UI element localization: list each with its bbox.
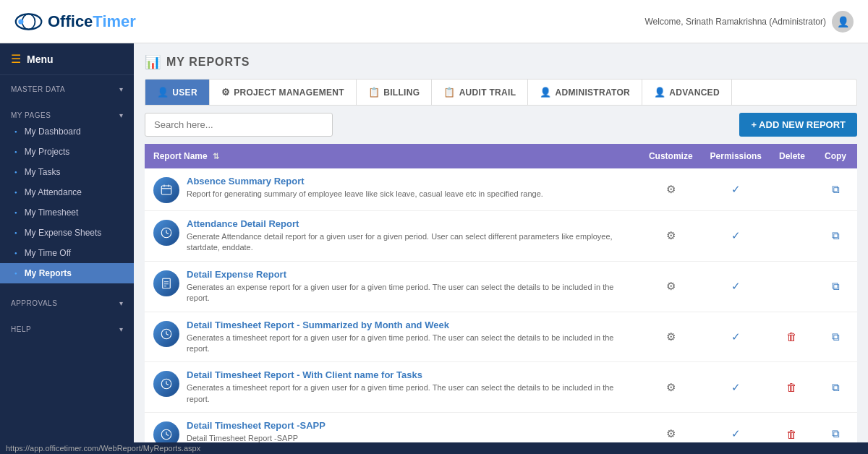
report-desc: Generates an expense report for a given … bbox=[187, 282, 631, 304]
tab-advanced-label: ADVANCED bbox=[669, 87, 720, 98]
permissions-icon[interactable]: ✓ bbox=[731, 427, 741, 440]
permissions-icon[interactable]: ✓ bbox=[731, 330, 741, 343]
customize-icon[interactable]: ⚙ bbox=[666, 183, 676, 196]
customize-icon[interactable]: ⚙ bbox=[666, 381, 676, 394]
customize-icon[interactable]: ⚙ bbox=[666, 229, 676, 242]
tab-audit-trail[interactable]: 📋 AUDIT TRAIL bbox=[432, 80, 528, 105]
permissions-icon[interactable]: ✓ bbox=[731, 280, 741, 293]
svg-line-19 bbox=[166, 384, 169, 385]
sidebar-item-expense[interactable]: ●My Expense Sheets bbox=[0, 223, 134, 243]
copy-icon[interactable]: ⧉ bbox=[832, 229, 840, 242]
tab-user-label: USER bbox=[172, 87, 197, 98]
permissions-cell: ✓ bbox=[702, 211, 770, 262]
user-tab-icon: 👤 bbox=[157, 87, 169, 98]
permissions-icon[interactable]: ✓ bbox=[731, 229, 741, 242]
delete-icon[interactable]: 🗑 bbox=[786, 428, 797, 440]
delete-cell: 🗑 bbox=[770, 312, 814, 362]
sidebar-item-timeoff[interactable]: ●My Time Off bbox=[0, 243, 134, 263]
customize-cell: ⚙ bbox=[640, 168, 702, 211]
sidebar-menu-header[interactable]: ☰ Menu bbox=[0, 43, 134, 75]
report-title[interactable]: Detail Timesheet Report - With Client na… bbox=[187, 369, 631, 380]
sidebar-section-approvals-title[interactable]: APPROVALS ▾ bbox=[0, 295, 134, 309]
top-header: OfficeTimer Welcome, Srinath Ramakrishna… bbox=[0, 0, 868, 43]
tasks-dot: ● bbox=[14, 170, 17, 174]
report-title[interactable]: Attendance Detail Report bbox=[187, 218, 631, 229]
delete-cell bbox=[770, 211, 814, 262]
report-name-cell: Detail Timesheet Report - Summarized by … bbox=[145, 312, 640, 362]
sidebar-section-help: HELP ▾ bbox=[0, 315, 134, 341]
sidebar-item-projects[interactable]: ●My Projects bbox=[0, 142, 134, 162]
copy-icon[interactable]: ⧉ bbox=[832, 330, 840, 343]
sidebar-item-timesheet[interactable]: ●My Timesheet bbox=[0, 202, 134, 223]
advanced-tab-icon: 👤 bbox=[654, 87, 665, 98]
report-title[interactable]: Detail Timesheet Report -SAPP bbox=[187, 420, 631, 431]
delete-icon[interactable]: 🗑 bbox=[786, 381, 797, 393]
delete-cell: 🗑 bbox=[770, 362, 814, 413]
report-info: Detail Timesheet Report - With Client na… bbox=[187, 369, 631, 405]
tab-billing[interactable]: 📋 BILLING bbox=[357, 80, 432, 105]
add-report-label: + ADD NEW REPORT bbox=[751, 119, 846, 130]
tab-advanced[interactable]: 👤 ADVANCED bbox=[642, 80, 732, 105]
report-info: Detail Expense Report Generates an expen… bbox=[187, 269, 631, 304]
svg-line-9 bbox=[166, 233, 169, 234]
sidebar-item-reports[interactable]: ●My Reports bbox=[0, 263, 134, 283]
report-name-cell: Absence Summary Report Report for genera… bbox=[145, 168, 640, 211]
delete-cell bbox=[770, 168, 814, 211]
tabs-bar: 👤 USER ⚙ PROJECT MANAGEMENT 📋 BILLING 📋 … bbox=[145, 79, 857, 106]
delete-icon[interactable]: 🗑 bbox=[786, 330, 797, 343]
svg-point-1 bbox=[22, 14, 35, 29]
sidebar-section-approvals: APPROVALS ▾ bbox=[0, 289, 134, 315]
svg-rect-10 bbox=[163, 278, 171, 288]
header-report-name: Report Name ⇅ bbox=[145, 144, 640, 168]
report-title[interactable]: Detail Timesheet Report - Summarized by … bbox=[187, 320, 631, 330]
tab-admin-label: ADMINISTRATOR bbox=[556, 87, 630, 98]
copy-cell: ⧉ bbox=[814, 211, 857, 262]
search-action-bar: + ADD NEW REPORT bbox=[145, 106, 857, 144]
permissions-icon[interactable]: ✓ bbox=[731, 183, 741, 196]
pm-tab-icon: ⚙ bbox=[221, 87, 230, 98]
tab-administrator[interactable]: 👤 ADMINISTRATOR bbox=[528, 80, 642, 105]
sidebar-section-master-data[interactable]: MASTER DATA ▾ bbox=[0, 81, 134, 95]
report-info: Attendance Detail Report Generate Attend… bbox=[187, 218, 631, 254]
customize-icon[interactable]: ⚙ bbox=[666, 427, 676, 440]
sidebar-item-tasks[interactable]: ●My Tasks bbox=[0, 162, 134, 182]
help-arrow: ▾ bbox=[119, 325, 124, 333]
permissions-icon[interactable]: ✓ bbox=[731, 381, 741, 394]
search-input[interactable] bbox=[145, 113, 333, 137]
report-info: Absence Summary Report Report for genera… bbox=[187, 176, 631, 200]
report-name-cell: Detail Timesheet Report - With Client na… bbox=[145, 362, 640, 413]
svg-line-16 bbox=[166, 334, 169, 335]
customize-cell: ⚙ bbox=[640, 211, 702, 262]
add-report-button[interactable]: + ADD NEW REPORT bbox=[739, 113, 857, 137]
page-title-bar: 📊 MY REPORTS bbox=[145, 54, 857, 70]
sidebar-section-help-title[interactable]: HELP ▾ bbox=[0, 321, 134, 335]
sidebar-item-attendance[interactable]: ●My Attendance bbox=[0, 182, 134, 202]
svg-rect-3 bbox=[161, 186, 171, 194]
content-area: 📊 MY REPORTS 👤 USER ⚙ PROJECT MANAGEMENT… bbox=[134, 43, 868, 454]
sidebar-section-my-pages-title[interactable]: MY PAGES ▾ bbox=[0, 107, 134, 121]
tab-project-management[interactable]: ⚙ PROJECT MANAGEMENT bbox=[210, 80, 357, 105]
sidebar-item-dashboard[interactable]: ●My Dashboard bbox=[0, 121, 134, 142]
logo-icon bbox=[14, 11, 43, 33]
customize-icon[interactable]: ⚙ bbox=[666, 280, 676, 293]
report-name-cell: Attendance Detail Report Generate Attend… bbox=[145, 211, 640, 262]
report-desc: Generates a timesheet report for a given… bbox=[187, 382, 631, 405]
report-title[interactable]: Detail Expense Report bbox=[187, 269, 631, 280]
permissions-cell: ✓ bbox=[702, 261, 770, 312]
sidebar: ☰ Menu MASTER DATA ▾ MY PAGES ▾ ●My Dash… bbox=[0, 43, 134, 454]
copy-icon[interactable]: ⧉ bbox=[832, 183, 840, 196]
permissions-cell: ✓ bbox=[702, 312, 770, 362]
copy-icon[interactable]: ⧉ bbox=[832, 427, 840, 440]
filter-icon[interactable]: ⇅ bbox=[213, 152, 219, 160]
copy-cell: ⧉ bbox=[814, 261, 857, 312]
permissions-cell: ✓ bbox=[702, 168, 770, 211]
report-title[interactable]: Absence Summary Report bbox=[187, 176, 631, 187]
tab-user[interactable]: 👤 USER bbox=[145, 80, 210, 105]
copy-cell: ⧉ bbox=[814, 312, 857, 362]
welcome-text: Welcome, Srinath Ramakrishna (Administra… bbox=[644, 17, 826, 27]
customize-icon[interactable]: ⚙ bbox=[666, 330, 676, 343]
copy-icon[interactable]: ⧉ bbox=[832, 381, 840, 394]
svg-line-22 bbox=[166, 434, 169, 436]
copy-icon[interactable]: ⧉ bbox=[832, 280, 840, 293]
report-info: Detail Timesheet Report - Summarized by … bbox=[187, 320, 631, 355]
